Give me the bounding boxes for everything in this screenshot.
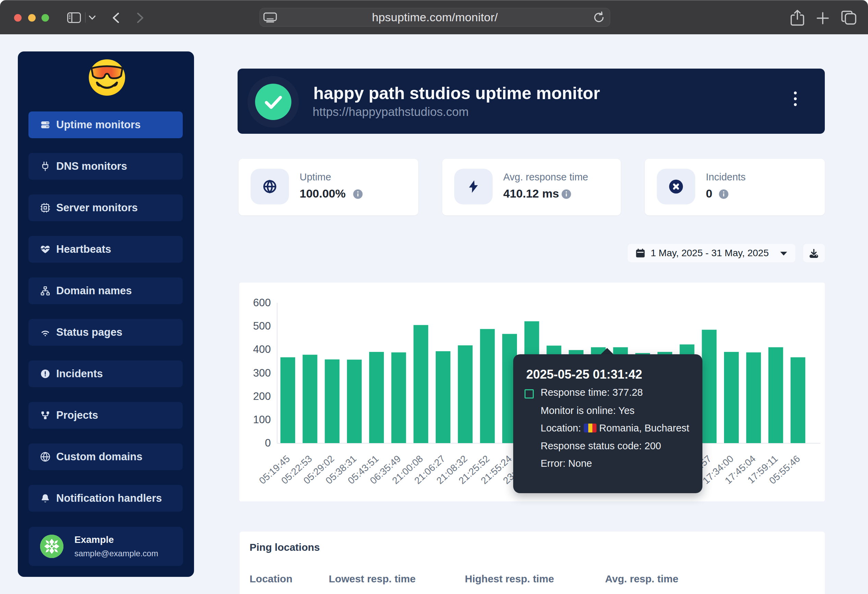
svg-text:400: 400 <box>253 343 271 355</box>
svg-text:100: 100 <box>253 414 271 426</box>
svg-text:600: 600 <box>253 297 271 309</box>
svg-text:0: 0 <box>265 437 271 449</box>
svg-text:500: 500 <box>253 320 271 332</box>
svg-text:200: 200 <box>253 390 271 402</box>
svg-text:300: 300 <box>253 367 271 379</box>
